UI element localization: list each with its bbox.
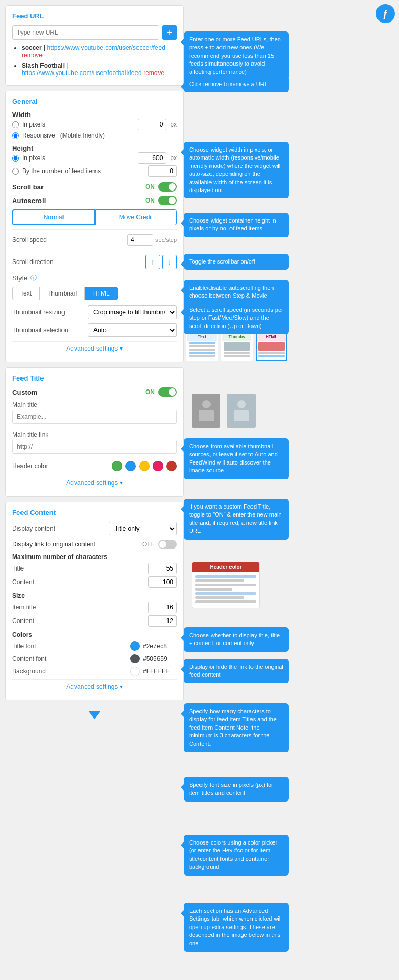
width-pixels-radio[interactable]	[12, 121, 19, 128]
feed-url-section: Feed URL + soccer | https://www.youtube.…	[5, 5, 184, 86]
background-color-row: Background #FFFFFF	[12, 667, 177, 676]
move-credit-button[interactable]: Move Credit	[95, 209, 177, 225]
background-color-label: Background	[12, 668, 46, 675]
thumb-selection-select[interactable]: Auto	[88, 323, 177, 337]
style-preview-thumb-body	[222, 341, 251, 360]
bottom-arrow	[5, 705, 184, 724]
general-advanced-settings[interactable]: Advanced settings ▾	[12, 341, 177, 355]
custom-toggle[interactable]	[158, 387, 177, 397]
scroll-speed-row: Scroll speed sec/step	[12, 229, 177, 246]
swatch-red[interactable]	[166, 461, 177, 471]
height-items-radio[interactable]	[12, 168, 19, 175]
content-font-color-label: Content font	[12, 655, 46, 662]
style-tab-thumbnail[interactable]: Thumbnail	[39, 287, 85, 300]
feed-list: soccer | https://www.youtube.com/user/so…	[12, 44, 177, 77]
header-preview-lines	[192, 572, 259, 608]
header-color-preview: Header color	[192, 562, 260, 608]
preview-line	[195, 592, 256, 595]
url-input-row: +	[12, 25, 177, 40]
style-preview-thumb: Thumbs	[221, 332, 253, 361]
width-responsive-label: Responsive	[22, 132, 55, 139]
style-help-icon[interactable]: ⓘ	[30, 273, 37, 282]
feed-url-2[interactable]: https://www.youtube.com/user/football/fe…	[22, 69, 142, 77]
custom-toggle-right: ON	[145, 387, 177, 397]
height-items-label: By the number of feed items	[22, 167, 101, 175]
normal-button[interactable]: Normal	[12, 209, 95, 225]
item-title-size-row: Item title	[12, 602, 177, 613]
swatch-pink[interactable]	[153, 461, 163, 471]
tooltip-colors: Choose colors using a color picker (or e…	[184, 835, 289, 876]
tooltip-scroll-speed: Select a scroll speed (in seconds per st…	[184, 302, 289, 334]
preview-line	[195, 588, 232, 591]
custom-label: Custom	[12, 388, 37, 396]
swatch-green[interactable]	[112, 461, 122, 471]
person-body-icon	[199, 410, 214, 421]
item-title-size-label: Item title	[12, 604, 36, 611]
tooltip-scrollbar: Toggle the scrollbar on/off	[184, 254, 289, 270]
height-pixels-row: In pixels px	[12, 152, 177, 164]
main-title-link-input[interactable]	[12, 440, 177, 454]
content-chars-input[interactable]	[148, 576, 177, 588]
remove-feed-1[interactable]: remove	[22, 51, 43, 59]
arrow-up-button[interactable]: ↑	[145, 255, 160, 269]
main-title-link-row: Main title link	[12, 431, 177, 457]
style-tab-html[interactable]: HTML	[85, 287, 118, 300]
height-pixels-radio[interactable]	[12, 155, 19, 162]
title-font-color-label: Title font	[12, 642, 36, 650]
scroll-speed-input[interactable]	[127, 234, 153, 246]
max-chars-section: Maximum number of characters Title Conte…	[12, 553, 177, 588]
height-items-input[interactable]	[148, 165, 177, 177]
content-font-color-row: Content font #505659	[12, 654, 177, 663]
display-link-label: Display link to original content	[12, 541, 96, 548]
feed-title-advanced-settings[interactable]: Advanced settings ▾	[12, 476, 177, 490]
width-responsive-radio[interactable]	[12, 132, 19, 139]
feed-content-section: Feed Content Display content Title only …	[5, 502, 184, 700]
thumb-resizing-select[interactable]: Crop image to fill thumbnail	[88, 305, 177, 319]
main-title-label: Main title	[12, 401, 37, 408]
preview-line	[195, 575, 256, 578]
thumb-person-2	[227, 394, 256, 428]
feed-content-advanced-settings[interactable]: Advanced settings ▾	[12, 679, 177, 693]
scrollbar-toggle-container: Scroll bar ON	[12, 182, 177, 192]
content-size-input[interactable]	[148, 615, 177, 627]
feed-title-section: Feed Title Custom ON Main title Main tit…	[5, 367, 184, 497]
color-swatches	[112, 461, 177, 471]
autoscroll-toggle[interactable]	[158, 196, 177, 205]
content-chars-label: Content	[12, 578, 34, 586]
add-url-button[interactable]: +	[162, 25, 177, 40]
arrow-down-button[interactable]: ↓	[162, 255, 177, 269]
tooltip-size: Specify font size in pixels (px) for ite…	[184, 777, 289, 802]
display-content-row: Display content Title only	[12, 522, 177, 535]
display-content-select[interactable]: Title only	[109, 522, 177, 535]
colors-section: Colors Title font #2e7ec8 Content font #…	[12, 631, 177, 676]
height-px-input[interactable]	[138, 152, 166, 164]
display-link-toggle[interactable]	[158, 540, 177, 549]
title-font-color-swatch[interactable]	[130, 641, 140, 651]
style-tab-text[interactable]: Text	[12, 287, 39, 300]
tooltip-feed-url-remove: Click remove to remove a URL	[184, 76, 289, 92]
scroll-direction-label: Scroll direction	[12, 258, 145, 266]
person-head-icon	[202, 400, 211, 408]
style-label: Style	[12, 274, 27, 282]
scrollbar-toggle[interactable]	[158, 182, 177, 192]
tooltip-feed-title: If you want a custom Feed Title, toggle …	[184, 499, 289, 540]
title-chars-input[interactable]	[148, 563, 177, 574]
width-px-input[interactable]	[138, 119, 166, 130]
background-color-swatch[interactable]	[130, 667, 140, 676]
item-title-size-input[interactable]	[148, 602, 177, 613]
remove-feed-2[interactable]: remove	[143, 69, 164, 77]
width-px-label: px	[170, 121, 177, 128]
scroll-speed-label: Scroll speed	[12, 236, 127, 244]
preview-block	[224, 342, 250, 351]
url-input[interactable]	[12, 25, 159, 40]
preview-line	[224, 352, 250, 354]
swatch-yellow[interactable]	[139, 461, 150, 471]
content-font-color-swatch[interactable]	[130, 654, 140, 663]
title-font-hex: #2e7ec8	[143, 642, 177, 650]
main-title-input[interactable]	[12, 410, 177, 424]
preview-line	[189, 355, 215, 357]
person-head-icon	[237, 400, 246, 408]
feed-url-1[interactable]: https://www.youtube.com/user/soccer/feed	[47, 44, 165, 51]
tooltip-height: Choose widget container height in pixels…	[184, 213, 289, 237]
swatch-blue[interactable]	[125, 461, 136, 471]
